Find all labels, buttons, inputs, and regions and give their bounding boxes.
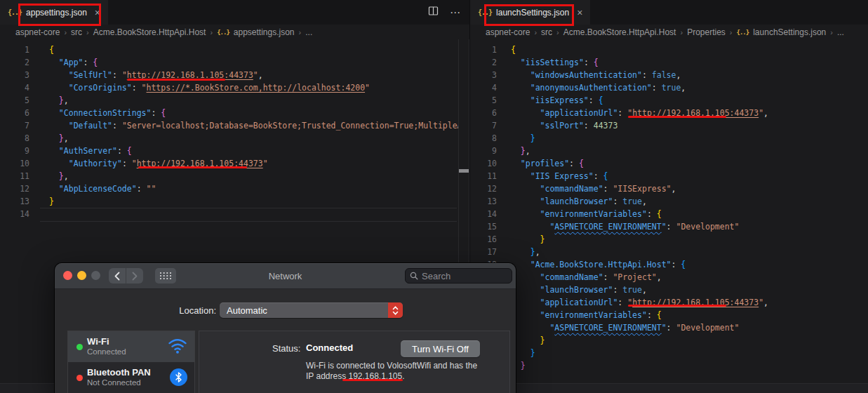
line-number: 10 [0,157,29,170]
line-number: 11 [470,170,497,182]
close-window-button[interactable] [63,271,72,280]
line-number: 6 [470,107,497,119]
code-token: false [652,70,676,80]
code-token[interactable]: http://192.168.1.105:44373 [137,159,263,168]
code-token[interactable]: http://192.168.1.105:44373 [632,108,759,118]
network-titlebar[interactable]: Network Search [55,263,516,289]
code-text: "ASPNETCORE_ENVIRONMENT": "Development" [497,220,739,233]
code-token: " [122,70,127,80]
line-number: 7 [0,119,29,132]
code-text: } [29,195,54,208]
line-number: 13 [470,195,497,208]
code-line: 3 "windowsAuthentication": false, [470,69,868,81]
breadcrumb-tail[interactable]: ... [305,27,312,37]
tab-close-icon[interactable]: × [577,7,582,18]
code-token: : [613,196,622,206]
search-placeholder: Search [422,271,450,281]
code-token: } [530,133,535,143]
code-token: , [763,108,768,118]
breadcrumb-item[interactable]: src [541,27,552,37]
code-token: : [132,83,142,93]
turn-wifi-off-button[interactable]: Turn Wi-Fi Off [401,340,480,357]
breadcrumb-tail[interactable]: ... [837,27,844,37]
code-text [29,208,49,220]
code-token: : [603,184,613,194]
code-text: "environmentVariables": { [497,208,662,220]
code-token[interactable]: http://192.168.1.105:44373 [127,70,253,80]
breadcrumb-item[interactable]: Acme.BookStore.HttpApi.Host [563,27,676,37]
code-token: " [662,323,667,333]
code-token: "commandName" [540,184,603,194]
code-token: , [535,247,540,257]
code-token [511,121,540,131]
json-file-icon: {..} [217,29,229,36]
show-all-button[interactable] [155,268,176,284]
code-text: "ASPNETCORE_ENVIRONMENT": "Development" [497,321,739,334]
code-text: "Default": "Server=localhost;Database=Bo… [29,119,469,132]
code-token: "applicationUrl" [540,108,618,118]
tab-close-icon[interactable]: × [95,7,100,18]
back-button[interactable] [109,268,126,284]
code-token: } [521,361,526,371]
code-text: "sslPort": 44373 [497,119,617,132]
code-token: "profiles" [521,159,569,168]
code-token: } [521,146,526,156]
code-token[interactable]: https://*.BookStore.com,http://localhost… [147,83,366,93]
line-number: 6 [0,107,29,119]
location-dropdown[interactable]: Automatic [220,302,403,318]
code-token: : [667,222,676,232]
code-token: : [112,121,122,131]
code-token: } [530,247,535,257]
line-number: 17 [470,246,497,258]
code-line: 12 "commandName": "IISExpress", [470,182,868,195]
code-token [49,95,59,105]
split-editor-icon[interactable] [428,6,439,19]
location-label: Location: [125,305,216,316]
grid-icon [159,272,172,280]
line-number: 1 [470,44,497,56]
breadcrumb-item[interactable]: Properties [687,27,726,37]
service-status: Not Connected [87,378,141,387]
code-token: } [59,171,64,181]
breadcrumb-item[interactable]: aspnet-core [486,27,530,37]
code-token: : [117,146,127,156]
search-input[interactable]: Search [405,268,512,284]
code-token: " [662,222,667,232]
code-token: "environmentVariables" [540,209,647,219]
code-token: "launchBrowser" [540,196,613,206]
code-token [49,70,69,80]
code-token [49,133,59,143]
tab-appsettings[interactable]: {..} appsettings.json × [0,0,108,25]
code-token: " [253,70,258,80]
more-actions-icon[interactable]: ⋯ [450,6,461,19]
line-number: 8 [0,132,29,145]
code-token: { [127,146,132,156]
minimize-window-button[interactable] [77,271,86,280]
code-token: "App" [59,58,84,67]
tab-launchsettings[interactable]: {..} launchSettings.json × [470,0,590,25]
code-token: true [622,285,642,295]
code-text: "iisSettings": { [497,56,599,69]
breadcrumb-file[interactable]: appsettings.json [234,27,295,37]
code-line: 10 "Authority": "http://192.168.1.105:44… [0,157,469,170]
code-text: "ConnectionStrings": { [29,107,166,119]
breadcrumb-item[interactable]: src [71,27,82,37]
service-row-bluetooth[interactable]: Bluetooth PAN Not Connected [68,362,194,393]
code-token [511,133,530,143]
network-window: Network Search Location: Automatic Wi-Fi… [55,263,516,393]
code-token: : [647,310,657,320]
breadcrumb-item[interactable]: Acme.BookStore.HttpApi.Host [93,27,206,37]
json-file-icon: {..} [737,29,749,36]
code-token: : [617,298,627,307]
code-text: "profiles": { [497,157,584,170]
forward-button[interactable] [126,268,143,284]
editor-right[interactable]: 1{2 "iisSettings": {3 "windowsAuthentica… [470,39,868,393]
code-token: , [64,133,69,143]
breadcrumb-item[interactable]: aspnet-core [15,27,60,37]
breadcrumb-file[interactable]: launchSettings.json [753,27,826,37]
service-row-wifi[interactable]: Wi-Fi Connected [68,331,194,362]
line-number: 7 [470,119,497,132]
code-token[interactable]: http://192.168.1.105:44373 [632,298,759,307]
line-number: 12 [0,182,29,195]
code-text: "Acme.BookStore.HttpApi.Host": { [497,258,686,271]
